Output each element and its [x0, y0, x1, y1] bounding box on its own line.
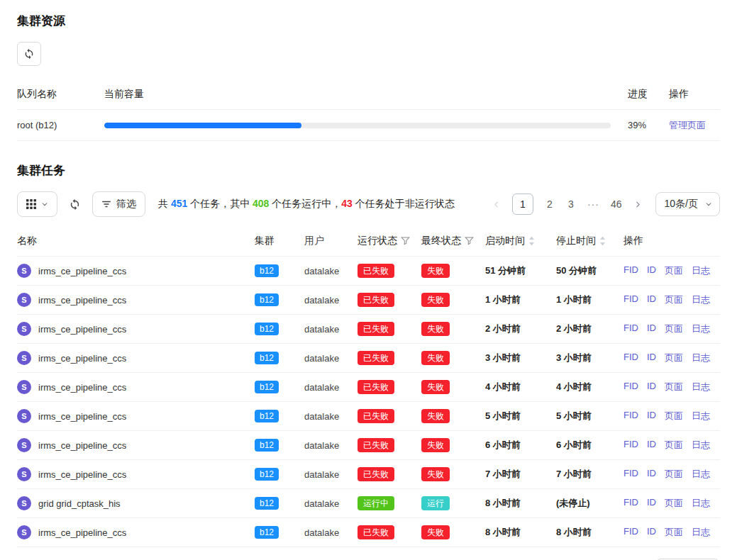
id-link[interactable]: ID: [647, 497, 656, 510]
fid-link[interactable]: FID: [624, 410, 638, 422]
task-row: S grid grid_cptask_his b12 datalake 运行中 …: [17, 489, 720, 518]
refresh-resources-button[interactable]: [17, 42, 41, 66]
col-header-action: 操作: [669, 88, 720, 101]
fid-link[interactable]: FID: [624, 264, 638, 277]
task-row: S irms_ce_pipeline_ccs b12 datalake 已失败 …: [17, 518, 720, 547]
page-link[interactable]: 页面: [665, 381, 683, 393]
stop-time: 6 小时前: [556, 439, 624, 452]
spark-app-icon: S: [17, 351, 31, 365]
log-link[interactable]: 日志: [692, 410, 710, 422]
log-link[interactable]: 日志: [692, 323, 710, 335]
next-page-button[interactable]: [633, 200, 643, 209]
cluster-tag: b12: [255, 410, 279, 422]
id-link[interactable]: ID: [647, 468, 656, 481]
id-link[interactable]: ID: [647, 381, 656, 393]
fid-link[interactable]: FID: [624, 323, 638, 335]
stop-time: 1 小时前: [556, 293, 624, 306]
final-status-badge: 失败: [421, 525, 450, 539]
run-status-badge: 已失败: [358, 438, 394, 452]
page-size-select[interactable]: 10条/页: [655, 192, 720, 216]
queue-row: root (b12) 39% 管理页面: [17, 110, 720, 141]
log-link[interactable]: 日志: [692, 293, 710, 306]
col-header-progress: 进度: [628, 88, 669, 101]
spark-app-icon: S: [17, 438, 31, 452]
page-button-46[interactable]: 46: [611, 198, 622, 210]
page-button-2[interactable]: 2: [545, 198, 555, 210]
task-row: S irms_ce_pipeline_ccs b12 datalake 已失败 …: [17, 373, 720, 402]
not-running-task-count: 43: [341, 198, 353, 209]
col-header-start-time: 启动时间: [485, 235, 525, 247]
page-link[interactable]: 页面: [665, 323, 683, 335]
log-link[interactable]: 日志: [692, 526, 710, 539]
cluster-tag: b12: [255, 293, 279, 306]
page-link[interactable]: 页面: [665, 410, 683, 422]
task-name: irms_ce_pipeline_ccs: [38, 266, 126, 276]
col-header-stop-time: 停止时间: [556, 235, 596, 247]
fid-link[interactable]: FID: [624, 352, 638, 364]
user-name: datalake: [304, 266, 358, 276]
log-link[interactable]: 日志: [692, 381, 710, 393]
filter-button[interactable]: 筛选: [92, 191, 145, 217]
page-link[interactable]: 页面: [665, 439, 683, 452]
filter-icon: [101, 199, 111, 209]
fid-link[interactable]: FID: [624, 381, 638, 393]
sync-icon: [69, 198, 81, 211]
log-link[interactable]: 日志: [692, 352, 710, 364]
log-link[interactable]: 日志: [692, 439, 710, 452]
user-name: datalake: [304, 469, 358, 480]
id-link[interactable]: ID: [647, 323, 656, 335]
log-link[interactable]: 日志: [692, 497, 710, 510]
filter-funnel-icon[interactable]: [465, 236, 474, 245]
prev-page-button[interactable]: [492, 200, 501, 209]
log-link[interactable]: 日志: [692, 264, 710, 277]
cluster-resources-title: 集群资源: [17, 13, 720, 29]
run-status-badge: 已失败: [358, 351, 394, 365]
task-row: S irms_ce_pipeline_ccs b12 datalake 已失败 …: [17, 315, 720, 344]
spark-app-icon: S: [17, 322, 31, 336]
task-name: irms_ce_pipeline_ccs: [38, 527, 126, 538]
cluster-tag: b12: [255, 381, 279, 393]
final-status-badge: 失败: [421, 467, 450, 481]
id-link[interactable]: ID: [647, 410, 656, 422]
task-name: irms_ce_pipeline_ccs: [38, 324, 126, 335]
toolbar-pagination-area: 1 2 3 ··· 46 10条/页: [492, 192, 720, 216]
id-link[interactable]: ID: [647, 439, 656, 452]
page-link[interactable]: 页面: [665, 497, 683, 510]
page-link[interactable]: 页面: [665, 293, 683, 306]
page-link[interactable]: 页面: [665, 352, 683, 364]
page-link[interactable]: 页面: [665, 468, 683, 481]
cluster-tag: b12: [255, 439, 279, 452]
filter-funnel-icon[interactable]: [401, 236, 410, 245]
col-header-run-status: 运行状态: [358, 235, 397, 247]
page-link[interactable]: 页面: [665, 526, 683, 539]
filter-button-label: 筛选: [116, 198, 136, 211]
id-link[interactable]: ID: [647, 526, 656, 539]
capacity-progress-bar: [104, 123, 611, 128]
fid-link[interactable]: FID: [624, 439, 638, 452]
log-link[interactable]: 日志: [692, 468, 710, 481]
stop-time: 7 小时前: [556, 468, 624, 481]
page-button-1[interactable]: 1: [512, 194, 533, 215]
fid-link[interactable]: FID: [624, 526, 638, 539]
task-row: S irms_ce_pipeline_ccs b12 datalake 已失败 …: [17, 257, 720, 286]
layout-dropdown-button[interactable]: [17, 191, 57, 217]
page-button-3[interactable]: 3: [566, 198, 576, 210]
manage-page-link[interactable]: 管理页面: [669, 120, 706, 130]
id-link[interactable]: ID: [647, 293, 656, 306]
sorter-icon[interactable]: [599, 236, 606, 246]
fid-link[interactable]: FID: [624, 468, 638, 481]
final-status-badge: 失败: [421, 264, 450, 278]
task-name: irms_ce_pipeline_ccs: [38, 411, 126, 422]
page-size-label: 10条/页: [665, 198, 698, 211]
page-link[interactable]: 页面: [665, 264, 683, 277]
sorter-icon[interactable]: [528, 236, 535, 246]
task-name: irms_ce_pipeline_ccs: [38, 295, 126, 306]
id-link[interactable]: ID: [647, 352, 656, 364]
fid-link[interactable]: FID: [624, 293, 638, 306]
fid-link[interactable]: FID: [624, 497, 638, 510]
task-row: S irms_ce_pipeline_ccs b12 datalake 已失败 …: [17, 286, 720, 315]
user-name: datalake: [304, 527, 358, 538]
spark-app-icon: S: [17, 496, 31, 510]
id-link[interactable]: ID: [647, 264, 656, 277]
refresh-tasks-button[interactable]: [69, 198, 81, 211]
